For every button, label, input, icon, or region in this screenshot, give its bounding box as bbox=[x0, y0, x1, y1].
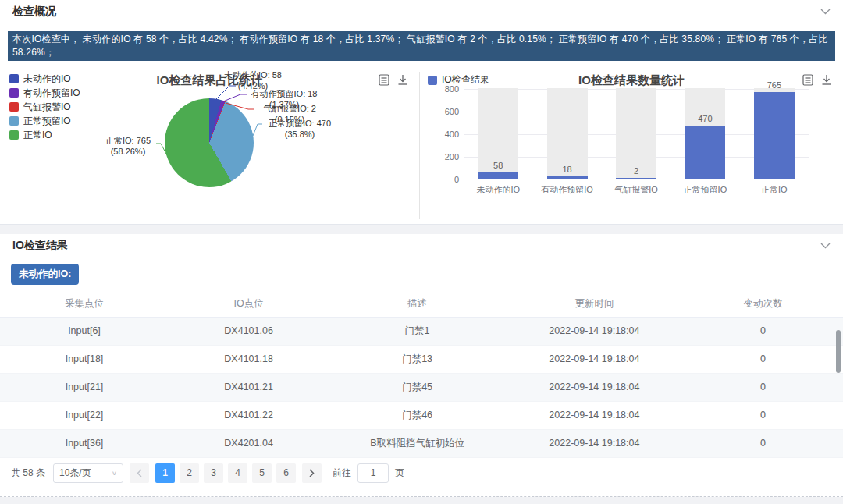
table-cell: 0 bbox=[683, 345, 843, 373]
y-axis-tick: 400 bbox=[445, 130, 459, 139]
page-number-list: 123456 bbox=[155, 463, 296, 483]
table-cell: B取料阻挡气缸初始位 bbox=[329, 429, 506, 457]
pie-label: 正常IO: 765(58.26%) bbox=[98, 136, 158, 158]
download-icon[interactable] bbox=[397, 74, 408, 86]
bar[interactable] bbox=[616, 178, 656, 179]
total-count: 共 58 条 bbox=[11, 467, 45, 480]
bar-value-label: 470 bbox=[670, 114, 739, 123]
bar[interactable] bbox=[685, 126, 725, 179]
data-view-icon[interactable] bbox=[379, 74, 389, 86]
pie[interactable] bbox=[165, 98, 254, 187]
category-badge[interactable]: 未动作的IO: bbox=[11, 264, 79, 285]
pie-chart: IO检查结果占比统计 未动作的IO有动作预留IO气缸报警IO正常预留IO正常IO… bbox=[0, 69, 419, 222]
bar[interactable] bbox=[754, 92, 795, 179]
table-header-cell: 采集点位 bbox=[0, 291, 169, 317]
collapse-results-button[interactable] bbox=[820, 243, 831, 249]
page-button[interactable]: 6 bbox=[276, 463, 296, 483]
table-header-row: 采集点位IO点位描述更新时间变动次数 bbox=[0, 291, 843, 317]
results-table-wrap: 采集点位IO点位描述更新时间变动次数 Input[6]DX4101.06门禁12… bbox=[0, 291, 843, 458]
page-unit-label: 页 bbox=[395, 467, 404, 480]
chevron-down-icon bbox=[820, 243, 831, 249]
table-cell: DX4101.18 bbox=[169, 345, 329, 373]
legend-label: 未动作的IO bbox=[23, 73, 71, 86]
table-cell: Input[36] bbox=[0, 429, 169, 457]
legend-swatch bbox=[9, 88, 19, 98]
legend-label: 气缸报警IO bbox=[23, 101, 71, 114]
table-cell: 门禁1 bbox=[329, 317, 506, 345]
bar[interactable] bbox=[547, 176, 588, 179]
overview-panel: 检查概况 本次IO检查中， 未动作的IO 有 58 个，占比 4.42%； 有动… bbox=[0, 0, 843, 225]
page-button[interactable]: 2 bbox=[180, 463, 199, 483]
page-button[interactable]: 1 bbox=[155, 463, 175, 483]
table-cell: DX4101.22 bbox=[169, 401, 329, 429]
badge-row: 未动作的IO: bbox=[0, 257, 843, 291]
vertical-scrollbar[interactable] bbox=[836, 330, 841, 373]
table-header-cell: 更新时间 bbox=[506, 291, 683, 317]
goto-page-input[interactable] bbox=[357, 463, 389, 483]
x-axis-label: 正常IO bbox=[734, 184, 815, 196]
table-cell: 0 bbox=[683, 401, 843, 429]
page-button[interactable]: 3 bbox=[204, 463, 223, 483]
results-panel: IO检查结果 未动作的IO: 采集点位IO点位描述更新时间变动次数 Input[… bbox=[0, 234, 843, 497]
pie-legend-item[interactable]: 未动作的IO bbox=[9, 72, 80, 86]
y-axis-tick: 800 bbox=[445, 84, 459, 94]
table-cell: 0 bbox=[683, 373, 843, 401]
bar-value-label: 58 bbox=[464, 161, 532, 170]
next-page-button[interactable] bbox=[302, 463, 322, 483]
table-cell: Input[18] bbox=[0, 345, 169, 373]
y-axis-tick: 0 bbox=[454, 175, 459, 184]
charts-row: IO检查结果占比统计 未动作的IO有动作预留IO气缸报警IO正常预留IO正常IO… bbox=[0, 69, 843, 222]
bar-slot: 765正常IO bbox=[740, 89, 809, 179]
pie-legend: 未动作的IO有动作预留IO气缸报警IO正常预留IO正常IO bbox=[9, 72, 80, 142]
pie-legend-item[interactable]: 有动作预留IO bbox=[9, 86, 80, 100]
table-cell: 2022-09-14 19:18:04 bbox=[506, 345, 683, 373]
download-icon[interactable] bbox=[821, 74, 832, 86]
legend-label: 正常IO bbox=[23, 129, 52, 142]
table-row[interactable]: Input[36]DX4201.04B取料阻挡气缸初始位2022-09-14 1… bbox=[0, 429, 843, 457]
table-row[interactable]: Input[18]DX4101.18门禁132022-09-14 19:18:0… bbox=[0, 345, 843, 373]
table-cell: DX4101.06 bbox=[169, 317, 329, 345]
pie-legend-item[interactable]: 气缸报警IO bbox=[9, 100, 80, 114]
pagination-bar: 共 58 条 10条/页 ∨ 123456 前往 页 bbox=[0, 458, 843, 488]
results-table: 采集点位IO点位描述更新时间变动次数 Input[6]DX4101.06门禁12… bbox=[0, 291, 843, 458]
table-cell: Input[22] bbox=[0, 401, 169, 429]
bar-value-label: 2 bbox=[602, 166, 670, 176]
summary-banner: 本次IO检查中， 未动作的IO 有 58 个，占比 4.42%； 有动作预留IO… bbox=[8, 31, 835, 61]
y-axis-tick: 200 bbox=[445, 152, 459, 161]
page-button[interactable]: 5 bbox=[252, 463, 272, 483]
results-title: IO检查结果 bbox=[12, 239, 68, 253]
legend-swatch bbox=[428, 76, 437, 85]
collapse-overview-button[interactable] bbox=[820, 9, 831, 15]
bar[interactable] bbox=[478, 172, 518, 179]
pie-legend-item[interactable]: 正常IO bbox=[9, 128, 80, 142]
page-button[interactable]: 4 bbox=[228, 463, 247, 483]
table-row[interactable]: Input[21]DX4101.21门禁452022-09-14 19:18:0… bbox=[0, 373, 843, 401]
table-cell: 2022-09-14 19:18:04 bbox=[506, 429, 683, 457]
table-cell: Input[6] bbox=[0, 317, 169, 345]
bar-slot: 18有动作预留IO bbox=[532, 89, 601, 179]
table-cell: 2022-09-14 19:18:04 bbox=[506, 317, 683, 345]
bar-slot: 2气缸报警IO bbox=[602, 89, 670, 179]
prev-page-button[interactable] bbox=[130, 463, 149, 483]
results-header: IO检查结果 bbox=[0, 234, 843, 257]
table-cell: 0 bbox=[683, 317, 843, 345]
overview-header: 检查概况 bbox=[0, 0, 843, 23]
table-cell: Input[21] bbox=[0, 373, 169, 401]
overview-title: 检查概况 bbox=[12, 5, 56, 19]
table-header-cell: IO点位 bbox=[169, 291, 329, 317]
table-row[interactable]: Input[22]DX4101.22门禁462022-09-14 19:18:0… bbox=[0, 401, 843, 429]
page-size-select[interactable]: 10条/页 ∨ bbox=[53, 463, 123, 483]
bar-chart: IO检查结果数量统计 IO检查结果 0200400600800 58未动作的IO… bbox=[420, 69, 843, 222]
legend-swatch bbox=[9, 116, 19, 126]
bar-slot: 470正常预留IO bbox=[670, 89, 739, 179]
legend-label: 正常预留IO bbox=[23, 115, 71, 128]
chevron-down-icon bbox=[820, 9, 831, 15]
table-row[interactable]: Input[6]DX4101.06门禁12022-09-14 19:18:040 bbox=[0, 317, 843, 345]
table-cell: 0 bbox=[683, 429, 843, 457]
table-header-cell: 变动次数 bbox=[683, 291, 843, 317]
pie-legend-item[interactable]: 正常预留IO bbox=[9, 114, 80, 128]
bar-value-label: 18 bbox=[532, 165, 601, 174]
pie-label: 正常预留IO: 470(35.8%) bbox=[261, 119, 339, 140]
chevron-left-icon bbox=[137, 469, 142, 477]
bar-series: 58未动作的IO18有动作预留IO2气缸报警IO470正常预留IO765正常IO bbox=[464, 89, 809, 179]
